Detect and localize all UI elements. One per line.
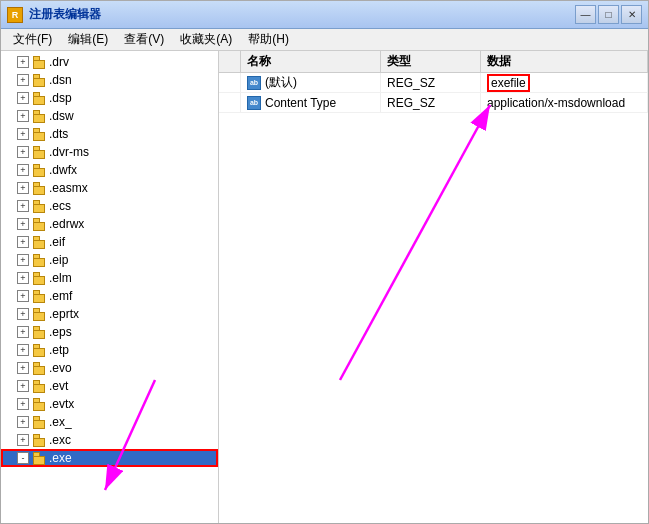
tree-expander-icon[interactable]: + xyxy=(17,182,29,194)
tree-item-label: .dvr-ms xyxy=(49,145,89,159)
tree-item[interactable]: +.dts xyxy=(1,125,218,143)
tree-item[interactable]: +.eif xyxy=(1,233,218,251)
menu-edit[interactable]: 编辑(E) xyxy=(60,29,116,50)
tree-expander-icon[interactable]: + xyxy=(17,272,29,284)
folder-icon xyxy=(31,397,47,411)
tree-expander-icon[interactable]: + xyxy=(17,218,29,230)
tree-item[interactable]: +.elm xyxy=(1,269,218,287)
maximize-button[interactable]: □ xyxy=(598,5,619,24)
tree-item-label: .ecs xyxy=(49,199,71,213)
table-row[interactable]: ab(默认)REG_SZexefile xyxy=(219,73,648,93)
folder-icon xyxy=(31,343,47,357)
table-row[interactable]: abContent TypeREG_SZapplication/x-msdown… xyxy=(219,93,648,113)
tree-item[interactable]: -.exe xyxy=(1,449,218,467)
tree-item[interactable]: +.eprtx xyxy=(1,305,218,323)
tree-expander-icon[interactable]: + xyxy=(17,164,29,176)
data-highlight-box: exefile xyxy=(487,74,530,92)
col-checkbox-header xyxy=(219,51,241,72)
tree-expander-icon[interactable]: - xyxy=(17,452,29,464)
tree-item[interactable]: +.dsp xyxy=(1,89,218,107)
window-wrapper: R 注册表编辑器 — □ ✕ 文件(F) 编辑(E) 查看(V) 收藏夹(A) … xyxy=(0,0,649,524)
title-bar-icon: R xyxy=(7,7,23,23)
tree-item[interactable]: +.eps xyxy=(1,323,218,341)
folder-icon xyxy=(31,235,47,249)
tree-item-label: .ex_ xyxy=(49,415,72,429)
tree-item[interactable]: +.easmx xyxy=(1,179,218,197)
col-header-name: 名称 xyxy=(241,51,381,72)
tree-item-label: .evtx xyxy=(49,397,74,411)
tree-expander-icon[interactable]: + xyxy=(17,236,29,248)
tree-item-label: .eps xyxy=(49,325,72,339)
tree-item-label: .drv xyxy=(49,55,69,69)
tree-item-label: .eip xyxy=(49,253,68,267)
tree-item[interactable]: +.etp xyxy=(1,341,218,359)
data-rows: ab(默认)REG_SZexefileabContent TypeREG_SZa… xyxy=(219,73,648,523)
tree-expander-icon[interactable]: + xyxy=(17,362,29,374)
tree-item[interactable]: +.dsw xyxy=(1,107,218,125)
tree-expander-icon[interactable]: + xyxy=(17,56,29,68)
folder-icon xyxy=(31,163,47,177)
column-headers: 名称 类型 数据 xyxy=(219,51,648,73)
tree-item[interactable]: +.dvr-ms xyxy=(1,143,218,161)
folder-icon xyxy=(31,289,47,303)
tree-expander-icon[interactable]: + xyxy=(17,380,29,392)
tree-item[interactable]: +.dsn xyxy=(1,71,218,89)
main-window: R 注册表编辑器 — □ ✕ 文件(F) 编辑(E) 查看(V) 收藏夹(A) … xyxy=(0,0,649,524)
title-bar-text: 注册表编辑器 xyxy=(29,6,569,23)
tree-item[interactable]: +.drv xyxy=(1,53,218,71)
cell-name: ab(默认) xyxy=(241,73,381,92)
tree-expander-icon[interactable]: + xyxy=(17,290,29,302)
cell-name-text: (默认) xyxy=(265,74,297,91)
right-panel: 名称 类型 数据 ab(默认)REG_SZexefileabContent Ty… xyxy=(219,51,648,523)
col-header-data: 数据 xyxy=(481,51,648,72)
tree-expander-icon[interactable]: + xyxy=(17,398,29,410)
cell-data: exefile xyxy=(481,73,648,92)
tree-expander-icon[interactable]: + xyxy=(17,434,29,446)
tree-expander-icon[interactable]: + xyxy=(17,344,29,356)
cell-name-text: Content Type xyxy=(265,96,336,110)
tree-item-label: .dsw xyxy=(49,109,74,123)
tree-expander-icon[interactable]: + xyxy=(17,110,29,122)
tree-item-label: .dts xyxy=(49,127,68,141)
minimize-button[interactable]: — xyxy=(575,5,596,24)
menu-file[interactable]: 文件(F) xyxy=(5,29,60,50)
tree-expander-icon[interactable]: + xyxy=(17,74,29,86)
tree-item-label: .eprtx xyxy=(49,307,79,321)
row-checkbox xyxy=(219,93,241,112)
tree-panel[interactable]: +.drv+.dsn+.dsp+.dsw+.dts+.dvr-ms+.dwfx+… xyxy=(1,51,219,523)
folder-icon xyxy=(31,91,47,105)
tree-item[interactable]: +.emf xyxy=(1,287,218,305)
tree-expander-icon[interactable]: + xyxy=(17,92,29,104)
col-header-type: 类型 xyxy=(381,51,481,72)
tree-expander-icon[interactable]: + xyxy=(17,326,29,338)
menu-view[interactable]: 查看(V) xyxy=(116,29,172,50)
close-button[interactable]: ✕ xyxy=(621,5,642,24)
tree-expander-icon[interactable]: + xyxy=(17,416,29,428)
tree-expander-icon[interactable]: + xyxy=(17,254,29,266)
tree-expander-icon[interactable]: + xyxy=(17,146,29,158)
tree-expander-icon[interactable]: + xyxy=(17,128,29,140)
folder-icon xyxy=(31,181,47,195)
row-type-icon: ab xyxy=(247,76,261,90)
menu-favorites[interactable]: 收藏夹(A) xyxy=(172,29,240,50)
tree-expander-icon[interactable]: + xyxy=(17,308,29,320)
tree-item[interactable]: +.ex_ xyxy=(1,413,218,431)
folder-icon xyxy=(31,145,47,159)
tree-item[interactable]: +.edrwx xyxy=(1,215,218,233)
folder-icon xyxy=(31,325,47,339)
folder-icon xyxy=(31,253,47,267)
tree-item[interactable]: +.ecs xyxy=(1,197,218,215)
title-buttons: — □ ✕ xyxy=(575,5,642,24)
tree-item[interactable]: +.exc xyxy=(1,431,218,449)
menu-help[interactable]: 帮助(H) xyxy=(240,29,297,50)
cell-type: REG_SZ xyxy=(381,93,481,112)
tree-item[interactable]: +.evtx xyxy=(1,395,218,413)
tree-item-label: .exc xyxy=(49,433,71,447)
tree-expander-icon[interactable]: + xyxy=(17,200,29,212)
tree-item[interactable]: +.dwfx xyxy=(1,161,218,179)
tree-item[interactable]: +.evo xyxy=(1,359,218,377)
tree-item[interactable]: +.eip xyxy=(1,251,218,269)
folder-icon xyxy=(31,379,47,393)
tree-item[interactable]: +.evt xyxy=(1,377,218,395)
title-bar: R 注册表编辑器 — □ ✕ xyxy=(1,1,648,29)
